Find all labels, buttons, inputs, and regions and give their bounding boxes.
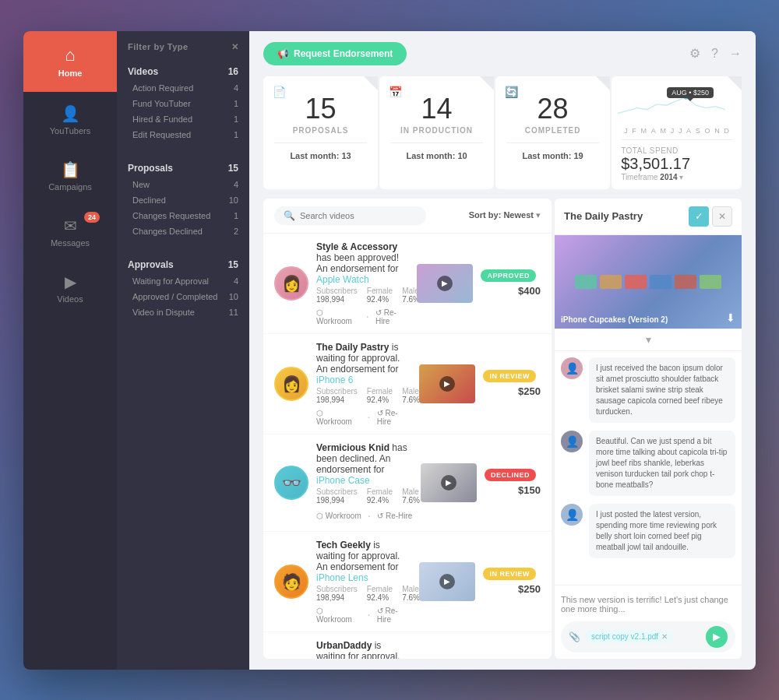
nav-item-name: Video in Dispute [132, 308, 195, 317]
status-badge: IN REVIEW [483, 568, 536, 580]
nav-section-videos: Videos16Action Required4Fund YouTuber1Hi… [117, 60, 249, 142]
search-box[interactable]: 🔍 [274, 206, 426, 225]
rehire-link[interactable]: ↺ Re-Hire [377, 409, 412, 426]
settings-icon[interactable]: ⚙ [689, 46, 700, 61]
logout-icon[interactable]: → [729, 47, 742, 61]
endorsement-link[interactable]: iPhone 6 [316, 375, 353, 385]
video-title: Tech Geekly is waiting for approval. An … [316, 540, 411, 583]
rehire-link[interactable]: ↺ Re-Hire [377, 512, 412, 520]
approve-button[interactable]: Approve ✓ [689, 206, 709, 227]
video-info: The Daily Pastry is waiting for approval… [316, 342, 411, 426]
video-thumbnail[interactable]: ▶ [419, 364, 475, 403]
video-item: 👓 Vermicious Knid has been declined. An … [263, 434, 552, 532]
video-meta: Subscribers198,994 Female92.4% Male7.6% [316, 487, 413, 505]
video-thumbnail[interactable]: ▶ [421, 463, 477, 502]
completed-label: COMPLETED [506, 126, 599, 135]
action-separator: · [368, 509, 371, 523]
status-badge: IN REVIEW [483, 370, 536, 382]
nav-item[interactable]: Video in Dispute11 [117, 304, 249, 320]
stat-in-production: 📅 14 IN PRODUCTION Last month: 10 [379, 76, 494, 189]
nav-item-name: Approved / Completed [132, 292, 217, 301]
video-actions: ⬡ Workroom · ↺ Re-Hire [316, 308, 409, 325]
completed-icon: 🔄 [505, 86, 518, 98]
play-button[interactable]: ▶ [437, 276, 453, 291]
filter-icon[interactable]: ✕ [231, 42, 239, 52]
workroom-link[interactable]: ⬡ Workroom [316, 607, 361, 624]
nav-item[interactable]: Declined10 [117, 192, 249, 208]
rehire-link[interactable]: ↺ Re-Hire [377, 607, 412, 624]
proposals-last-month: Last month: 13 [274, 151, 367, 160]
play-button[interactable]: ▶ [439, 376, 455, 392]
nav-item-count: 10 [229, 195, 238, 205]
endorsement-link[interactable]: Apple Watch [316, 274, 369, 285]
request-endorsement-button[interactable]: 📢 Request Endorsement [263, 42, 407, 65]
workroom-link[interactable]: ⬡ Workroom [316, 409, 361, 426]
comment: 👤 I just received the bacon ipsum dolor … [561, 357, 735, 423]
completed-number: 28 [506, 95, 599, 123]
message-draft[interactable]: This new version is terrific! Let's just… [561, 592, 735, 617]
right-panel: The Daily Pastry Approve ✓ ✕ [555, 199, 742, 659]
help-icon[interactable]: ? [711, 47, 718, 61]
nav-item[interactable]: Edit Requested1 [117, 127, 249, 142]
rehire-link[interactable]: ↺ Re-Hire [375, 308, 410, 325]
video-actions: ⬡ Workroom · ↺ Re-Hire [316, 509, 413, 523]
comment-section: 👤 I just received the bacon ipsum dolor … [555, 351, 742, 585]
comment-avatar: 👤 [561, 357, 583, 379]
endorsement-link[interactable]: iPhone Case [316, 475, 370, 486]
send-button[interactable]: ▶ [706, 626, 728, 648]
workroom-link[interactable]: ⬡ Workroom [316, 308, 360, 325]
total-amount: $3,501.17 [621, 155, 732, 173]
nav-item[interactable]: Hired & Funded1 [117, 111, 249, 127]
nav-item[interactable]: Fund YouTuber1 [117, 96, 249, 111]
nav-section-header[interactable]: Videos16 [117, 60, 249, 80]
video-title: UrbanDaddy is waiting for approval. An e… [316, 640, 411, 659]
sidebar-item-home[interactable]: ⌂ Home [23, 31, 117, 92]
nav-item-count: 1 [234, 130, 238, 139]
video-status-price: DECLINED $150 [485, 469, 541, 496]
play-button[interactable]: ▶ [441, 475, 456, 491]
nav-item[interactable]: Waiting for Approval4 [117, 273, 249, 289]
creator-name: Style & Accessory [316, 241, 397, 252]
workroom-link[interactable]: ⬡ Workroom [316, 512, 361, 520]
search-icon: 🔍 [284, 210, 295, 221]
remove-attachment[interactable]: ✕ [661, 632, 668, 641]
nav-section-header[interactable]: Proposals15 [117, 157, 249, 177]
stat-chart: AUG • $250 JFMAMJJASOND TOTAL SPEND $3,5… [612, 76, 742, 189]
nav-item[interactable]: Changes Requested1 [117, 208, 249, 223]
male-pct: Male7.6% [402, 387, 420, 404]
decline-button[interactable]: ✕ [712, 206, 732, 227]
nav-item[interactable]: Action Required4 [117, 80, 249, 96]
video-list-header: 🔍 Sort by: Newest ▾ [263, 199, 552, 234]
price: $400 [518, 285, 541, 297]
sidebar-item-messages[interactable]: ✉ 24 Messages [23, 204, 117, 260]
nav-item[interactable]: Approved / Completed10 [117, 289, 249, 304]
video-item: 👩 Style & Accessory has been approved! A… [263, 234, 552, 334]
endorsement-link[interactable]: iPhone Lens [316, 572, 368, 583]
main-area: 📢 Request Endorsement ⚙ ? → 📄 15 PROPOSA… [249, 31, 756, 670]
comment-bubble: I just received the bacon ipsum dolor si… [589, 357, 735, 423]
nav-item[interactable]: New4 [117, 177, 249, 192]
search-input[interactable] [300, 211, 417, 220]
download-icon[interactable]: ⬇ [726, 311, 735, 324]
sidebar-item-campaigns[interactable]: 📋 Campaigns [23, 148, 117, 204]
video-info: UrbanDaddy is waiting for approval. An e… [316, 640, 411, 659]
sidebar-item-videos[interactable]: ▶ Videos [23, 260, 117, 316]
sidebar-youtubers-label: YouTubers [50, 126, 90, 135]
video-item: 👨 UrbanDaddy is waiting for approval. An… [263, 632, 552, 659]
nav-item[interactable]: Changes Declined2 [117, 223, 249, 239]
comment: 👤 Beautiful. Can we just spend a bit mor… [561, 431, 735, 496]
request-icon: 📢 [277, 48, 289, 59]
sort-by[interactable]: Sort by: Newest ▾ [469, 210, 541, 220]
production-label: IN PRODUCTION [390, 126, 483, 135]
comment-bubble: Beautiful. Can we just spend a bit more … [589, 431, 735, 496]
sidebar-item-youtubers[interactable]: 👤 YouTubers [23, 92, 117, 148]
play-button[interactable]: ▶ [439, 574, 455, 589]
expand-section[interactable]: ▾ [555, 329, 742, 351]
video-thumbnail[interactable]: ▶ [419, 562, 475, 601]
nav-item-count: 1 [234, 99, 238, 108]
nav-section-header[interactable]: Approvals15 [117, 253, 249, 273]
stats-row: 📄 15 PROPOSALS Last month: 13 📅 14 IN PR… [249, 76, 756, 199]
nav-item-count: 4 [234, 276, 238, 286]
video-thumbnail[interactable]: ▶ [417, 264, 473, 303]
nav-item-name: Changes Declined [132, 227, 203, 236]
